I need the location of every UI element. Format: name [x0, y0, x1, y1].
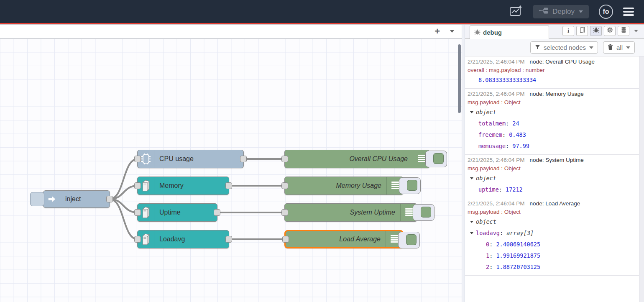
database-icon: [621, 27, 627, 35]
node-label: Uptime: [154, 209, 217, 216]
json-key: 2: [486, 261, 489, 273]
json-key: loadavg: [476, 228, 500, 239]
json-key: freemem: [478, 129, 502, 141]
node-input-port[interactable]: [134, 156, 141, 162]
json-type: object: [476, 216, 496, 228]
assistant-icon[interactable]: [509, 4, 523, 19]
flow-tabbar: +: [0, 25, 462, 38]
debug-source-node: node: Load Average: [530, 199, 580, 208]
flow-node-uptime[interactable]: Uptime: [137, 203, 217, 222]
tab-config-button[interactable]: [604, 26, 616, 36]
flow-node-inject[interactable]: inject: [43, 190, 110, 208]
debug-value-row: freemem: 0.483: [468, 129, 637, 141]
debug-list-icon: [400, 204, 417, 221]
flow-list-caret[interactable]: [450, 30, 454, 33]
node-output-port[interactable]: [240, 156, 247, 162]
inject-arrow-icon: [43, 191, 60, 207]
debug-message[interactable]: 2/21/2025, 2:46:04 PMnode: System Uptime…: [465, 155, 639, 198]
json-value: 1.88720703125: [496, 261, 540, 273]
debug-value-row: 1: 1.99169921875: [468, 250, 637, 261]
json-value: 0.483: [509, 129, 526, 141]
debug-enable-toggle-state: [433, 153, 444, 164]
avatar-initials: fo: [603, 8, 609, 15]
json-type: array[3]: [506, 228, 534, 239]
node-output-port[interactable]: [225, 182, 232, 189]
flow-editor: + injectCPU usageMemoryUptimeLoadavgOver…: [0, 25, 462, 302]
debug-message-meta: 2/21/2025, 2:46:04 PMnode: Overall CPU U…: [468, 57, 637, 66]
collapse-caret-icon[interactable]: [470, 111, 473, 113]
node-input-port[interactable]: [281, 182, 288, 189]
flow-node-dbg_uptime[interactable]: System Uptime: [284, 203, 417, 222]
json-key: memusage: [478, 141, 506, 152]
node-label: Loadavg: [154, 235, 229, 243]
tab-context-button[interactable]: [618, 26, 629, 36]
node-input-port[interactable]: [281, 209, 288, 216]
debug-message-list[interactable]: 2/21/2025, 2:46:04 PMnode: Overall CPU U…: [465, 56, 644, 302]
node-label: Memory: [154, 182, 229, 189]
node-output-port[interactable]: [106, 196, 113, 202]
debug-message[interactable]: 2/21/2025, 2:46:04 PMnode: Memory Usagem…: [465, 89, 639, 155]
inject-trigger-button[interactable]: [30, 192, 44, 206]
node-input-port[interactable]: [134, 182, 141, 189]
flow-node-dbg_load[interactable]: Load Average: [284, 230, 404, 248]
header-bar: Deploy fo: [0, 0, 644, 23]
flow-node-dbg_mem[interactable]: Memory Usage: [284, 177, 404, 195]
node-label: System Uptime: [285, 209, 400, 216]
node-label: Load Average: [286, 235, 386, 243]
wires-layer: [0, 38, 462, 302]
user-avatar[interactable]: fo: [599, 5, 613, 19]
debug-message[interactable]: 2/21/2025, 2:46:04 PMnode: Overall CPU U…: [465, 56, 639, 89]
info-icon: i: [567, 27, 569, 34]
debug-filter-toolbar: selected nodes all: [465, 39, 644, 56]
tab-info-button[interactable]: i: [562, 26, 574, 36]
debug-value-row: 0: 2.40869140625: [468, 239, 637, 250]
node-label: inject: [60, 195, 110, 203]
deploy-options-caret[interactable]: [579, 10, 583, 13]
debug-filter-label: selected nodes: [544, 44, 586, 51]
sidebar-resize-handle[interactable]: [462, 25, 465, 302]
node-output-port[interactable]: [214, 209, 220, 216]
book-icon: [579, 27, 585, 35]
flow-node-cpu[interactable]: CPU usage: [137, 150, 244, 168]
debug-message[interactable]: 2/21/2025, 2:46:04 PMnode: Load Averagem…: [465, 198, 639, 276]
filter-caret: [589, 46, 593, 49]
debug-filter-button[interactable]: selected nodes: [530, 41, 598, 54]
debug-source-node: node: Memory Usage: [530, 90, 584, 98]
tab-help-button[interactable]: [576, 26, 588, 36]
flow-node-loadavg[interactable]: Loadavg: [137, 230, 229, 248]
json-separator: :: [489, 250, 496, 261]
flow-canvas[interactable]: injectCPU usageMemoryUptimeLoadavgOveral…: [0, 38, 462, 302]
debug-timestamp: 2/21/2025, 2:46:04 PM: [468, 57, 525, 66]
deploy-button[interactable]: Deploy: [533, 5, 589, 18]
json-key: 1: [486, 250, 489, 261]
funnel-icon: [535, 44, 540, 51]
node-input-port[interactable]: [282, 236, 289, 243]
node-output-port[interactable]: [225, 236, 232, 243]
debug-clear-button[interactable]: all: [603, 41, 635, 54]
debug-timestamp: 2/21/2025, 2:46:04 PM: [468, 156, 525, 164]
debug-message-meta: 2/21/2025, 2:46:04 PMnode: Memory Usage: [468, 90, 637, 98]
tab-debug[interactable]: debug: [470, 26, 549, 39]
debug-value-row: loadavg: array[3]: [468, 228, 637, 239]
menu-icon[interactable]: [623, 8, 634, 16]
add-flow-button[interactable]: +: [434, 27, 440, 36]
tab-debug-messages-button[interactable]: [590, 26, 602, 36]
debug-value-row: 2: 1.88720703125: [468, 261, 637, 273]
collapse-caret-icon[interactable]: [470, 232, 473, 234]
canvas-vertical-scrollbar[interactable]: [458, 44, 461, 113]
flow-node-dbg_cpu[interactable]: Overall CPU Usage: [284, 150, 430, 168]
collapse-caret-icon[interactable]: [470, 221, 473, 223]
node-input-port[interactable]: [134, 209, 141, 216]
debug-value-row: object: [468, 216, 637, 228]
debug-value-row: object: [468, 107, 637, 118]
sidebar-options-caret[interactable]: [634, 30, 638, 32]
json-separator: :: [502, 129, 509, 141]
json-type: object: [476, 107, 496, 118]
bug-icon: [474, 29, 480, 36]
node-input-port[interactable]: [134, 236, 141, 243]
collapse-caret-icon[interactable]: [470, 177, 473, 179]
flow-node-memory[interactable]: Memory: [137, 177, 229, 195]
node-input-port[interactable]: [281, 156, 288, 162]
sidebar-scroll-gutter[interactable]: [639, 56, 644, 302]
debug-timestamp: 2/21/2025, 2:46:04 PM: [468, 90, 525, 98]
